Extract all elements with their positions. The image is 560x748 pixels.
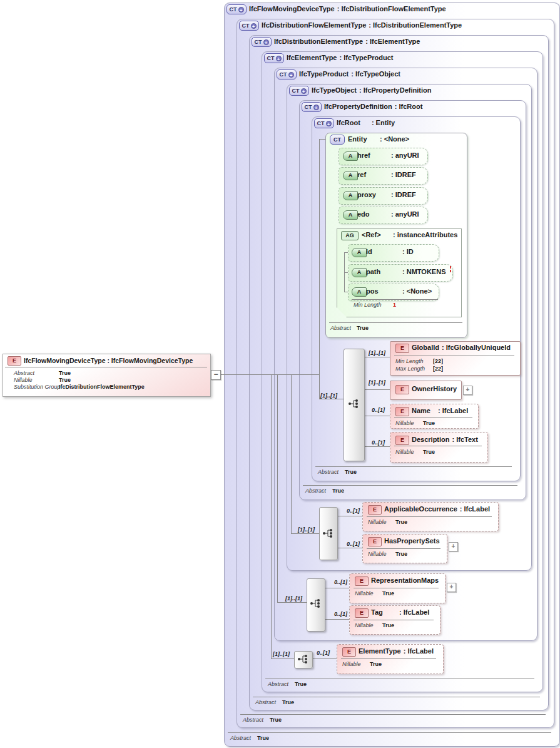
element-title: RepresentationMaps bbox=[371, 576, 439, 584]
e-badge: E bbox=[395, 407, 409, 416]
facet-label: Max Length bbox=[395, 366, 425, 372]
a-badge: A bbox=[343, 210, 358, 220]
ct-badge[interactable]: CT+ bbox=[252, 37, 272, 47]
facet-separator bbox=[367, 548, 440, 549]
type-header: IfcPropertyDefinition: IfcRoot bbox=[324, 103, 422, 110]
abstract-value: True bbox=[357, 325, 369, 331]
attribute-name: href bbox=[357, 151, 370, 159]
abstract-label: Abstract bbox=[305, 488, 326, 494]
ct-badge[interactable]: CT+ bbox=[239, 21, 259, 31]
facet-label: Min Length bbox=[354, 302, 382, 308]
connector-line bbox=[277, 602, 307, 603]
abstract-value: True bbox=[270, 717, 282, 723]
expand-icon[interactable]: + bbox=[263, 39, 269, 45]
nillable-value: True bbox=[382, 590, 394, 597]
connector-line bbox=[364, 389, 390, 390]
element-title: GlobalId: IfcGloballyUniqueId bbox=[412, 344, 511, 351]
attribute-type: : ID bbox=[402, 248, 414, 255]
attribute-type: : IDREF bbox=[391, 171, 416, 178]
type-header: IfcDistributionFlowElementType: IfcDistr… bbox=[262, 21, 462, 29]
element-title: Tag bbox=[371, 608, 383, 616]
nillable-value: True bbox=[423, 449, 435, 455]
e-badge: E bbox=[395, 436, 409, 445]
abstract-label: Abstract bbox=[318, 469, 339, 475]
type-header: IfcFlowMovingDeviceType: IfcDistribution… bbox=[249, 5, 446, 13]
attribute-group-type: : instanceAttributes bbox=[393, 231, 457, 238]
footer-separator bbox=[240, 714, 546, 715]
attribute-type: : NMTOKENS bbox=[402, 268, 445, 275]
expand-icon[interactable]: + bbox=[238, 7, 244, 13]
element-title: Description: IfcText bbox=[412, 436, 478, 443]
nillable-label: Nillable bbox=[368, 551, 387, 557]
ct-badge[interactable]: CT+ bbox=[227, 4, 247, 14]
expand-button[interactable]: + bbox=[447, 583, 456, 592]
footer-separator bbox=[253, 697, 540, 697]
type-header: IfcTypeObject: IfcPropertyDefinition bbox=[312, 86, 431, 94]
ct-badge[interactable]: CT+ bbox=[277, 69, 297, 79]
connector-line bbox=[364, 446, 390, 447]
nillable-label: Nillable bbox=[342, 661, 361, 667]
abstract-label: Abstract bbox=[255, 699, 276, 705]
cardinality-label: [1]..[1] bbox=[273, 651, 290, 657]
connector-line bbox=[271, 658, 294, 659]
expand-button[interactable]: + bbox=[463, 386, 472, 395]
type-header: IfcDistributionElementType: IfcElementTy… bbox=[274, 38, 420, 45]
expand-icon[interactable]: + bbox=[313, 105, 319, 110]
nillable-label: Nillable bbox=[368, 519, 387, 525]
expand-icon[interactable]: + bbox=[288, 72, 294, 78]
facet-separator bbox=[367, 516, 492, 517]
nillable-value: True bbox=[395, 551, 407, 557]
ct-badge[interactable]: CT+ bbox=[302, 102, 322, 112]
a-badge: A bbox=[343, 171, 358, 180]
property-label: Nillable bbox=[14, 377, 33, 383]
expand-icon[interactable]: + bbox=[251, 23, 257, 29]
abstract-label: Abstract bbox=[330, 325, 351, 331]
cardinality-label: 0..[1] bbox=[317, 650, 330, 656]
nillable-label: Nillable bbox=[395, 449, 414, 455]
property-label: Substitution Group bbox=[14, 384, 61, 390]
facet-separator bbox=[354, 588, 439, 588]
expand-button[interactable]: + bbox=[449, 542, 458, 551]
type-header: IfcElementType: IfcTypeProduct bbox=[287, 54, 393, 61]
sequence-icon bbox=[297, 653, 308, 665]
title-separator bbox=[5, 367, 207, 367]
ct-badge[interactable]: CT+ bbox=[314, 118, 334, 128]
ct-badge[interactable]: CT+ bbox=[264, 53, 284, 63]
ct-badge[interactable]: CT+ bbox=[289, 86, 309, 96]
collapse-toggle[interactable]: − bbox=[211, 370, 221, 380]
entity-title: Entity bbox=[348, 135, 367, 143]
abstract-value: True bbox=[257, 735, 269, 741]
expand-icon[interactable]: + bbox=[301, 88, 307, 94]
nillable-value: True bbox=[382, 622, 394, 628]
nillable-value: True bbox=[395, 519, 407, 525]
attribute-type: : anyURI bbox=[391, 210, 419, 218]
facet-separator bbox=[352, 299, 438, 300]
abstract-label: Abstract bbox=[243, 717, 263, 723]
expand-icon[interactable]: + bbox=[326, 121, 332, 126]
element-type: : IfcLabel bbox=[438, 407, 468, 414]
connector-line bbox=[312, 658, 337, 659]
cardinality-label: 0..[1] bbox=[347, 508, 360, 514]
expand-icon[interactable]: + bbox=[276, 56, 282, 61]
connector-line bbox=[291, 374, 292, 533]
attribute-type: : anyURI bbox=[391, 151, 419, 159]
connector-line bbox=[324, 619, 349, 620]
abstract-value: True bbox=[282, 699, 294, 705]
attribute-type: : IDREF bbox=[391, 191, 416, 198]
element-title: Name bbox=[412, 407, 430, 414]
attribute-name: pos bbox=[366, 287, 379, 295]
property-value: True bbox=[59, 370, 71, 376]
footer-separator bbox=[303, 485, 517, 486]
facet-value: 1 bbox=[393, 302, 396, 308]
attribute-group-name: <Ref> bbox=[362, 231, 381, 238]
a-badge: A bbox=[352, 287, 367, 297]
connector-line bbox=[337, 548, 362, 548]
connector-line bbox=[364, 416, 390, 416]
cardinality-label: 0..[1] bbox=[334, 579, 347, 585]
facet-value: [22] bbox=[433, 358, 443, 364]
type-header: IfcRoot: Entity bbox=[337, 119, 395, 126]
ct-badge: CT bbox=[330, 135, 345, 145]
element-type: : IfcLabel bbox=[399, 608, 429, 616]
facet-separator bbox=[394, 446, 482, 446]
connector-line bbox=[220, 374, 319, 375]
